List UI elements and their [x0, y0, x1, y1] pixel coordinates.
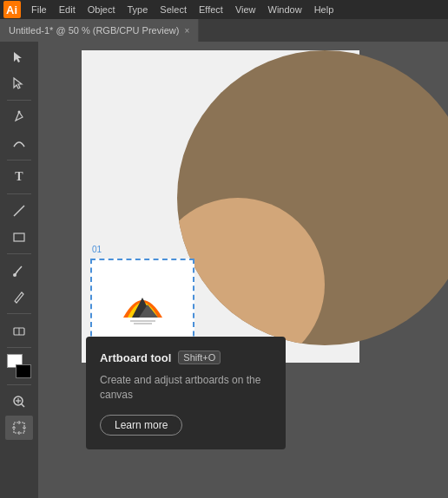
- circle-inner: [177, 198, 325, 345]
- background-swatch[interactable]: [16, 364, 31, 378]
- tooltip-title-row: Artboard tool Shift+O: [100, 351, 272, 364]
- menu-bar: Ai File Edit Object Type Select Effect V…: [0, 0, 448, 19]
- large-circle: [177, 50, 448, 345]
- artboard-tool-button[interactable]: [5, 416, 33, 440]
- svg-marker-3: [14, 78, 22, 88]
- svg-marker-2: [14, 52, 22, 62]
- shape-tool-button[interactable]: [5, 225, 33, 249]
- tooltip-description: Create and adjust artboards on the canva…: [100, 373, 272, 403]
- menu-select[interactable]: Select: [155, 3, 192, 16]
- tool-divider-6: [7, 347, 31, 348]
- eraser-tool-button[interactable]: [5, 318, 33, 343]
- mountain-logo-icon: [115, 278, 171, 326]
- svg-line-5: [14, 206, 24, 216]
- main-area: T: [0, 42, 448, 498]
- direct-selection-tool-button[interactable]: [5, 71, 33, 95]
- line-tool-button[interactable]: [5, 199, 33, 223]
- artboard-thumbnail[interactable]: 01: [90, 259, 194, 345]
- toolbar: T: [0, 42, 38, 498]
- svg-line-12: [22, 404, 25, 408]
- color-swatch-area[interactable]: [7, 354, 31, 378]
- document-tab[interactable]: Untitled-1* @ 50 % (RGB/CPU Preview) ×: [0, 19, 199, 42]
- tool-divider-5: [7, 313, 31, 314]
- app-logo: Ai: [3, 1, 21, 18]
- selection-tool-button[interactable]: [5, 45, 33, 69]
- pen-tool-button[interactable]: [5, 105, 33, 129]
- menu-effect[interactable]: Effect: [194, 3, 228, 16]
- tool-divider-7: [7, 384, 31, 385]
- menu-object[interactable]: Object: [82, 3, 121, 16]
- zoom-tool-button[interactable]: [5, 390, 33, 414]
- svg-point-7: [13, 273, 16, 277]
- tab-close-button[interactable]: ×: [184, 26, 189, 36]
- menu-file[interactable]: File: [26, 3, 52, 16]
- menu-type[interactable]: Type: [122, 3, 154, 16]
- artboard-number-label: 01: [92, 245, 102, 254]
- type-tool-icon: T: [15, 170, 23, 184]
- curvature-tool-button[interactable]: [5, 131, 33, 155]
- svg-point-4: [18, 111, 21, 114]
- svg-line-8: [22, 292, 23, 294]
- menu-window[interactable]: Window: [263, 3, 307, 16]
- svg-rect-6: [14, 233, 24, 241]
- tool-divider-2: [7, 160, 31, 161]
- tool-divider-4: [7, 253, 31, 254]
- tab-bar: Untitled-1* @ 50 % (RGB/CPU Preview) ×: [0, 19, 448, 42]
- learn-more-button[interactable]: Learn more: [100, 415, 182, 436]
- canvas-area: 01: [38, 42, 448, 498]
- menu-help[interactable]: Help: [309, 3, 339, 16]
- menu-edit[interactable]: Edit: [54, 3, 81, 16]
- svg-marker-22: [141, 293, 144, 298]
- tab-title: Untitled-1* @ 50 % (RGB/CPU Preview): [9, 25, 179, 36]
- type-tool-button[interactable]: T: [5, 165, 33, 189]
- artboard-icon-wrapper: [112, 276, 173, 328]
- paintbrush-tool-button[interactable]: [5, 259, 33, 283]
- tooltip-shortcut: Shift+O: [178, 351, 221, 364]
- svg-text:Ai: Ai: [6, 3, 17, 16]
- tooltip-popup: Artboard tool Shift+O Create and adjust …: [86, 337, 286, 449]
- tooltip-title: Artboard tool: [100, 351, 171, 364]
- menu-view[interactable]: View: [230, 3, 261, 16]
- tool-divider-3: [7, 193, 31, 194]
- tool-divider-1: [7, 100, 31, 101]
- pencil-tool-button[interactable]: [5, 285, 33, 309]
